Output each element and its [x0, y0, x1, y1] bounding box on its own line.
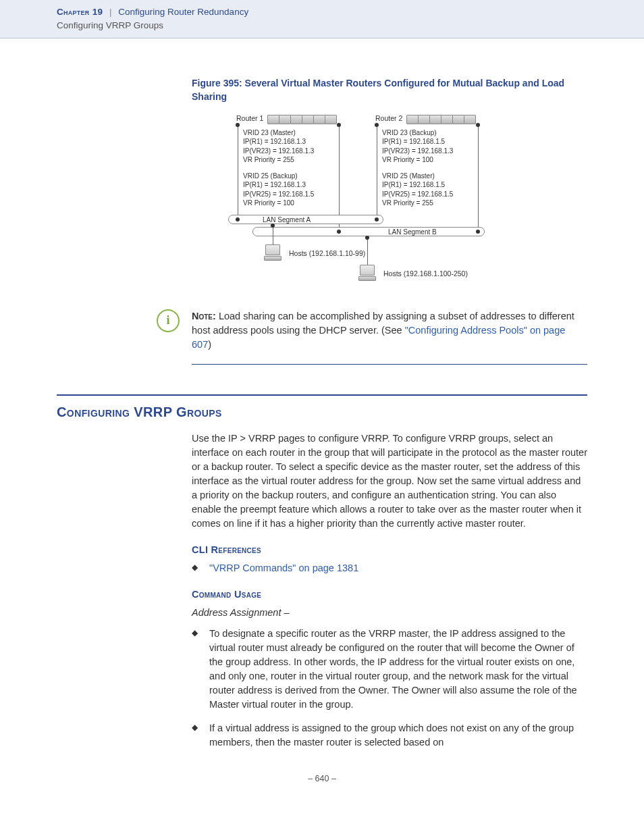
cli-link[interactable]: "VRRP Commands" on page 1381: [209, 563, 358, 573]
dot: [236, 217, 240, 221]
hosts-a-label: Hosts (192.168.1.10-99): [289, 249, 365, 259]
page-header: Chapter 19 | Configuring Router Redundan…: [0, 0, 644, 38]
note-after: ): [208, 339, 211, 350]
router1-label: Router 1: [236, 113, 263, 124]
page-number: – 640 –: [57, 773, 587, 785]
dot: [476, 123, 480, 127]
dot: [365, 236, 369, 240]
section-rule: [57, 394, 587, 396]
usage-list: To designate a specific router as the VR…: [192, 627, 587, 750]
separator: |: [109, 7, 112, 17]
cli-list: "VRRP Commands" on page 1381: [192, 561, 587, 575]
header-subtitle: Configuring VRRP Groups: [57, 19, 644, 32]
dot: [375, 123, 379, 127]
r1-vrid25-box: VRID 25 (Backup)IP(R1) = 192.168.1.3IP(V…: [243, 172, 314, 208]
cli-item: "VRRP Commands" on page 1381: [192, 561, 587, 575]
note-label: Note:: [192, 311, 216, 321]
usage-subheading: Address Assignment –: [192, 606, 587, 620]
section-heading: Configuring VRRP Groups: [57, 402, 587, 422]
vline: [478, 124, 479, 230]
vline: [377, 124, 377, 219]
lan-segment-a: LAN Segment A: [228, 215, 383, 224]
router1-switch-icon: [267, 115, 340, 124]
dot: [271, 224, 275, 228]
router2-label: Router 2: [375, 113, 402, 124]
router2-switch-icon: [406, 115, 479, 124]
dot: [337, 123, 341, 127]
vline: [339, 124, 340, 230]
hosts-b-label: Hosts (192.168.1.100-250): [383, 269, 468, 279]
cli-references-heading: CLI References: [192, 543, 587, 557]
chapter-title: Configuring Router Redundancy: [118, 7, 248, 17]
dot: [236, 123, 240, 127]
intro-paragraph: Use the IP > VRRP pages to configure VRR…: [192, 432, 587, 531]
dot: [375, 217, 379, 221]
r2-vrid25-box: VRID 25 (Master)IP(R1) = 192.168.1.5IP(V…: [382, 172, 453, 208]
pc-icon: [358, 265, 377, 281]
note-block: i Note: Load sharing can be accomplished…: [192, 309, 587, 365]
dot: [337, 230, 341, 234]
figure-caption: Figure 395: Several Virtual Master Route…: [192, 76, 587, 104]
usage-bullet-2: If a virtual address is assigned to the …: [192, 721, 587, 750]
vline: [273, 226, 273, 246]
r1-vrid23-box: VRID 23 (Master)IP(R1) = 192.168.1.3IP(V…: [243, 128, 314, 165]
vline: [367, 238, 368, 266]
info-icon: i: [157, 309, 180, 332]
r2-vrid23-box: VRID 23 (Backup)IP(R1) = 192.168.1.5IP(V…: [382, 128, 453, 165]
pc-icon: [263, 244, 282, 261]
figure-diagram: Router 1 Router 2 VRID 23 (Master)IP(R1)…: [232, 113, 509, 289]
vline: [238, 124, 238, 219]
chapter-line: Chapter 19 | Configuring Router Redundan…: [57, 5, 644, 19]
dot: [476, 230, 480, 234]
usage-bullet-1: To designate a specific router as the VR…: [192, 627, 587, 712]
command-usage-heading: Command Usage: [192, 588, 587, 602]
lan-segment-b: LAN Segment B: [252, 227, 485, 236]
chapter-number: Chapter 19: [57, 7, 103, 17]
